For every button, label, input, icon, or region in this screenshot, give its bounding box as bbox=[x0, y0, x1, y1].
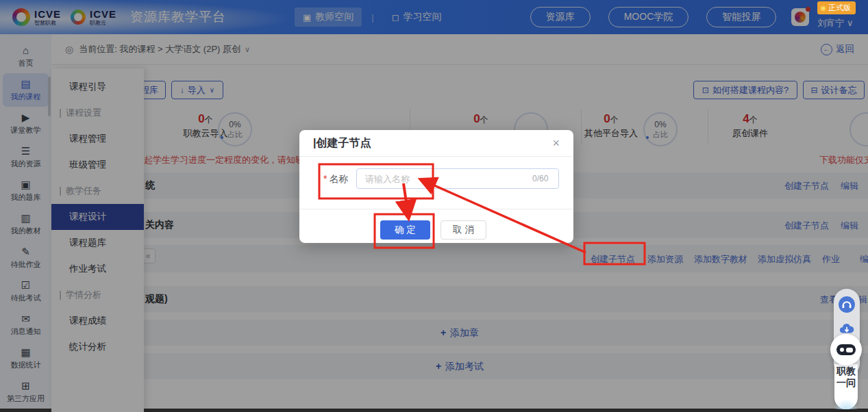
confirm-button[interactable]: 确 定 bbox=[380, 220, 430, 240]
close-icon[interactable]: × bbox=[552, 137, 560, 149]
medal-icon: ◉ bbox=[820, 4, 826, 12]
dialog-title: |创建子节点 bbox=[313, 136, 371, 151]
assistant-widget-decoration bbox=[834, 400, 858, 409]
required-mark: * bbox=[323, 173, 327, 184]
customer-service-icon[interactable] bbox=[838, 296, 856, 313]
version-badge: ◉ 正式版 bbox=[817, 1, 856, 14]
version-badge-label: 正式版 bbox=[828, 3, 851, 13]
name-field-label: *名称 bbox=[323, 173, 348, 185]
assistant-robot-icon[interactable] bbox=[830, 334, 862, 365]
char-counter: 0/60 bbox=[532, 174, 548, 183]
name-input[interactable] bbox=[356, 168, 559, 189]
cancel-button[interactable]: 取 消 bbox=[441, 220, 486, 240]
create-child-node-dialog: |创建子节点 × *名称 0/60 确 定 取 消 bbox=[299, 130, 573, 243]
